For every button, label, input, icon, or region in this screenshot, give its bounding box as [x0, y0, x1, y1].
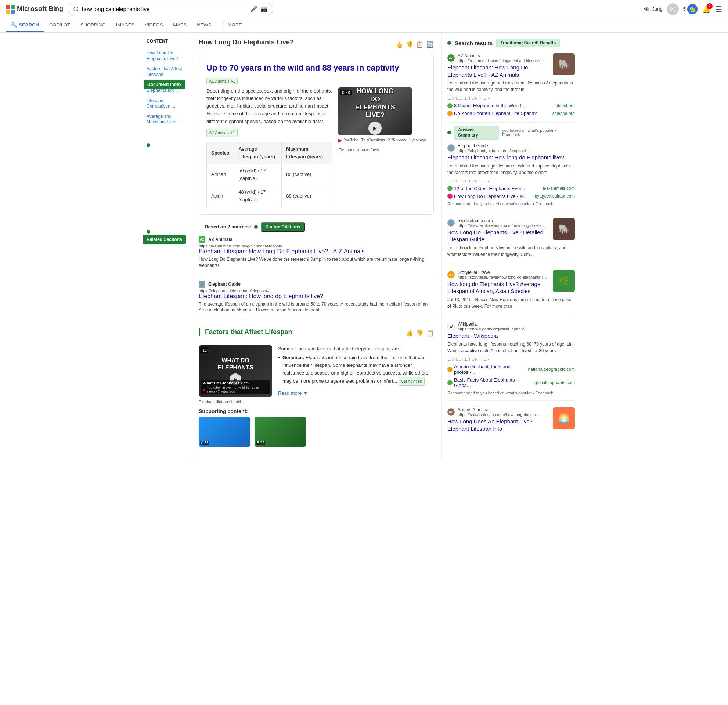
- tab-images-label: IMAGES: [116, 22, 135, 27]
- explore-icon-5: [447, 367, 452, 372]
- source-dot: [254, 225, 258, 229]
- wiki-recommended: Recommended to you based on what's popul…: [447, 391, 575, 395]
- support-video-1[interactable]: 0:33: [199, 417, 250, 447]
- factors-heading-text: Factors that Affect Lifespan: [205, 328, 292, 336]
- factors-thumbsup-icon[interactable]: 👍: [406, 330, 413, 337]
- source-citations-button[interactable]: Source Citations: [261, 222, 305, 232]
- result-item-safaris: 🌅 SA Safaris Africana https://safarisafr…: [447, 407, 575, 439]
- factors-thumbsdown-icon[interactable]: 👎: [416, 330, 423, 337]
- result-thumb-safaris-inner: 🌅: [553, 407, 575, 429]
- answer-body: Depending on the species, sex, and origi…: [207, 87, 426, 207]
- share-icon[interactable]: 📋: [416, 41, 423, 48]
- supporting-videos: 0:33 5:22: [199, 417, 434, 447]
- crown-badge[interactable]: 👑: [687, 4, 698, 14]
- explore-zoos-link[interactable]: Do Zoos Shorten Elephant Life Spans?: [454, 111, 549, 116]
- factors-intro: Some of the main factors that affect ele…: [278, 345, 434, 353]
- camera-icon[interactable]: 📷: [260, 6, 268, 13]
- based-on-label: │: [199, 224, 202, 229]
- sidebar-item-how-long[interactable]: How Long Do Elephants Live?: [147, 48, 188, 64]
- explore-link-oldest: 8 Oldest Elephants in the World -... old…: [447, 102, 575, 110]
- traditional-results-button[interactable]: Traditional Search Results: [496, 39, 560, 48]
- tab-maps[interactable]: MAPS: [168, 18, 192, 32]
- tab-images[interactable]: IMAGES: [111, 18, 140, 32]
- tab-maps-label: MAPS: [173, 22, 186, 27]
- video-play-button[interactable]: ▶: [368, 121, 381, 135]
- mic-icon[interactable]: 🎤: [250, 6, 257, 13]
- tab-search[interactable]: 🔍 SEARCH: [6, 18, 44, 32]
- safaris-result-icon: SA: [447, 408, 455, 416]
- explore-myage-link[interactable]: How Long Do Elephants Live - M...: [454, 193, 530, 199]
- support-video-2[interactable]: 5:22: [254, 417, 306, 447]
- explore-further-eg: EXPLORE FURTHER: [447, 179, 575, 183]
- answer-video[interactable]: 0:58 HOW LONGDOELEPHANTSLIVE? ▶: [338, 87, 412, 135]
- fauna-result-name: explorefauna.com: [458, 218, 545, 223]
- safaris-result-url: https://safarisafricana.com/how-long-doe…: [458, 412, 540, 417]
- svg-point-4: [74, 7, 78, 11]
- story-result-name: Storyteller Travel: [458, 270, 547, 275]
- explore-oldest-link[interactable]: 8 Oldest Elephants in the World -...: [454, 103, 552, 108]
- user-name: Min Jung: [643, 6, 663, 12]
- related-sections-badge[interactable]: Related Sections: [143, 235, 186, 244]
- wiki-result-title[interactable]: Elephant - Wikipedia: [447, 332, 575, 340]
- doc-index-button[interactable]: Document Index: [144, 80, 185, 89]
- search-icon: [73, 6, 79, 12]
- sidebar-item-comparison[interactable]: Lifespan Comparison ...: [147, 96, 188, 112]
- video-thumbnail: 0:58 HOW LONGDOELEPHANTSLIVE? ▶: [338, 87, 412, 135]
- factors-video[interactable]: 12 WHAT DOELEPHANTS ▶ What Do Elephants …: [199, 345, 272, 396]
- menu-button[interactable]: ☰: [715, 5, 722, 14]
- result-thumb-az: 🐘: [553, 53, 575, 75]
- explore-link-oldest-ever: 12 of the Oldest Elephants Ever... a-z-a…: [447, 185, 575, 192]
- explore-natgeo-source: nationalgeographic.com: [528, 367, 575, 372]
- notif-badge: 2: [707, 3, 712, 9]
- refresh-icon[interactable]: 🔄: [426, 41, 434, 48]
- header: Microsoft Bing how long can elephants li…: [0, 0, 728, 18]
- sidebar-item-average[interactable]: Average and Maximum Lifes...: [147, 112, 188, 127]
- vet-advices-badge[interactable]: Vet Advices: [399, 377, 425, 386]
- tab-videos[interactable]: VIDEOS: [140, 18, 168, 32]
- notifications-button[interactable]: 🔔 2: [702, 5, 711, 14]
- search-input[interactable]: how long can elephants live: [82, 6, 247, 12]
- eg-citation-link[interactable]: Elephant Lifespan: How long do Elephants…: [199, 293, 434, 300]
- explore-further-az: EXPLORE FURTHER: [447, 96, 575, 100]
- citation-item-eg: 🌐 Elephant Guide https://elephantguide.c…: [199, 281, 434, 320]
- sidebar-item-factors[interactable]: Factors that Affect Lifespan: [147, 64, 188, 80]
- az-animals-badge[interactable]: AZ Animals +1: [207, 78, 238, 84]
- result-site-safaris: SA Safaris Africana https://safarisafric…: [447, 407, 549, 417]
- explore-natgeo-link[interactable]: African elephant, facts and photos -...: [454, 364, 525, 375]
- factors-genetics: Genetics: Elephants inherit certain trai…: [278, 353, 434, 386]
- thumbs-down-icon[interactable]: 👎: [406, 41, 413, 48]
- chevron-down-icon: ▼: [303, 389, 308, 397]
- explore-further-wiki: EXPLORE FURTHER: [447, 357, 575, 361]
- search-bar[interactable]: how long can elephants live 🎤 📷: [68, 3, 273, 15]
- az-citation-link[interactable]: Elephant Lifespan: How Long Do Elephants…: [199, 248, 434, 255]
- tab-more[interactable]: ⋮ MORE: [216, 18, 247, 32]
- explore-icon-4: [447, 193, 452, 199]
- video-duration: 0:58: [341, 89, 351, 95]
- support-video-1-inner: 0:33: [199, 417, 250, 447]
- explore-global-link[interactable]: Basic Facts About Elephants - Globa...: [454, 377, 532, 388]
- right-panel-header: Search results Traditional Search Result…: [447, 39, 575, 48]
- elephant-guide-icon: 🌐: [199, 281, 205, 287]
- az-animals-badge-2[interactable]: AZ Animals +1: [207, 128, 238, 137]
- tab-shopping[interactable]: SHOPPING: [75, 18, 111, 32]
- tab-copilot[interactable]: COPILOT: [44, 18, 75, 32]
- factors-video-source: YouTube · Travel For Wildlife · 198K vie…: [207, 386, 268, 393]
- factors-section: Factors that Affect Lifespan 👍 👎 📋 12 WH…: [199, 325, 434, 447]
- explore-link-zoos: Do Zoos Shorten Elephant Life Spans? sci…: [447, 110, 575, 117]
- answer-summary-dot: [447, 131, 451, 134]
- explore-zoos-source: science.org: [552, 111, 575, 116]
- read-more-link[interactable]: Read more ▼: [278, 389, 434, 397]
- page-title-row: How Long Do Elephants Live? 👍 👎 📋 🔄: [199, 39, 434, 50]
- factors-share-icon[interactable]: 📋: [426, 330, 434, 337]
- az-url: https://a-z-animals.com/blog/elephant-li…: [199, 244, 434, 248]
- lifespan-table: Species Average Lifespan (years) Maximum…: [207, 142, 332, 207]
- tab-news[interactable]: NEWS: [192, 18, 216, 32]
- table-row: African 56 (wild) / 17 (captive) 86 (cap…: [207, 164, 332, 185]
- thumbs-up-icon[interactable]: 👍: [396, 41, 403, 48]
- explore-oldest-ever-link[interactable]: 12 of the Oldest Elephants Ever...: [454, 186, 540, 191]
- az-animals-name: AZ Animals: [208, 237, 233, 242]
- species-african: African: [207, 164, 234, 185]
- eg-recommended: Recommended to you based on what's popul…: [447, 202, 575, 206]
- result-thumb-story: 🌿: [553, 270, 575, 292]
- eg-result-title[interactable]: Elephant Lifespan: How long do Elephants…: [447, 154, 575, 161]
